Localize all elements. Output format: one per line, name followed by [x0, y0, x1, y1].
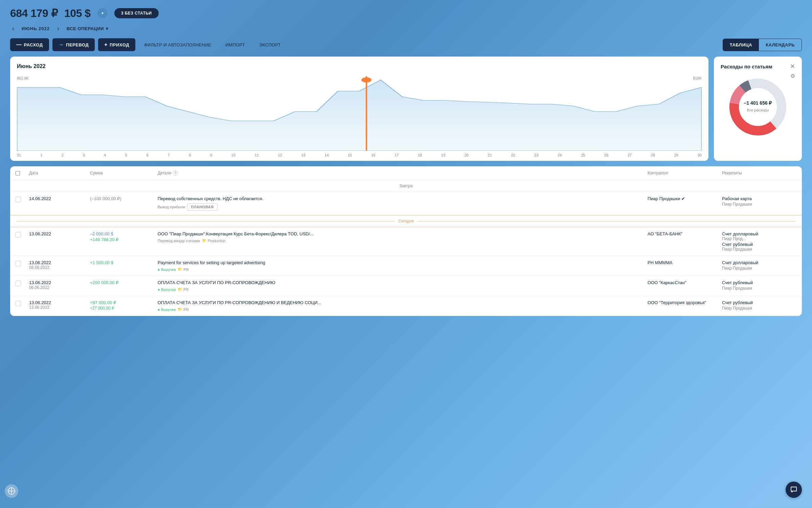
header-nav: ‹ ИЮНЬ 2022 › ВСЕ ОПЕРАЦИИ ▾	[10, 24, 802, 33]
chat-button[interactable]	[786, 482, 802, 498]
header-checkbox[interactable]	[16, 170, 29, 176]
header-date: Дата	[29, 170, 90, 176]
row-amount: +97 000,00 ₽ +27 000,00 ₽	[90, 300, 158, 311]
donut-gear-btn[interactable]: ⚙	[790, 73, 795, 79]
chart-panel: Июнь 2022 862.6K 818K 31	[10, 57, 708, 161]
row-checkbox[interactable]	[16, 280, 29, 286]
folder-tag: 📁 PR	[178, 307, 188, 312]
main-content: Июнь 2022 862.6K 818K 31	[10, 57, 802, 161]
table-panel: Дата Сумма Детали ? Контрагент Реквизиты…	[10, 166, 802, 316]
row-details: ОПЛАТА СЧЕТА ЗА УСЛУГИ ПО PR-СОПРОВОЖДЕН…	[158, 280, 648, 292]
row-amount: (–100 000,00 ₽)	[90, 196, 158, 201]
balance-rub: 684 179 ₽	[10, 7, 58, 20]
folder-icon: 📁	[178, 307, 182, 312]
arrow-right-icon: →	[59, 42, 64, 48]
chart-svg	[17, 76, 702, 151]
folder-tag: 📁 PR	[178, 287, 188, 292]
today-separator: Сегодня	[10, 215, 802, 227]
row-counterparty: АО "БЕТА-БАНК"	[648, 231, 722, 236]
table-row: 13.06.2022 06.06.2022 +200 000,00 ₽ ОПЛА…	[10, 276, 802, 296]
next-month-btn[interactable]: ›	[55, 24, 61, 33]
row-date: 13.06.2022 06.06.2022	[29, 260, 90, 270]
chat-icon	[790, 486, 798, 494]
section-tomorrow: Завтра	[10, 180, 802, 192]
row-details: ООО "Пиар Продакшн":Конвертация Курс Бет…	[158, 231, 648, 243]
view-toggle: ТАБЛИЦА КАЛЕНДАРЬ	[723, 39, 802, 51]
chart-y-right: 818K	[693, 76, 702, 80]
donut-panel: Расходы по статьям ✕ ⚙ –1 401 656 ₽ Все …	[714, 57, 802, 161]
svg-text:Все расходы: Все расходы	[747, 108, 769, 112]
row-date: 14.06.2022	[29, 196, 90, 201]
folder-icon: 📁	[202, 238, 207, 243]
row-counterparty: РН ММММА	[648, 260, 722, 265]
income-button[interactable]: + ПРИХОД	[98, 38, 135, 51]
header-counterparty: Контрагент	[648, 170, 722, 176]
toolbar: — РАСХОД → ПЕРЕВОД + ПРИХОД ФИЛЬТР И АВТ…	[10, 38, 802, 51]
donut-header: Расходы по статьям ✕	[721, 63, 795, 69]
table-header: Дата Сумма Детали ? Контрагент Реквизиты	[10, 166, 802, 180]
import-button[interactable]: ИМПОРТ	[220, 39, 250, 51]
table-row: 13.06.2022 06.06.2022 +1 500,00 $ Paymen…	[10, 256, 802, 276]
row-checkbox[interactable]	[16, 260, 29, 266]
row-details: ОПЛАТА СЧЕТА ЗА УСЛУГИ ПО PR-СОПРОВОЖДЕН…	[158, 300, 648, 312]
row-checkbox[interactable]	[16, 231, 29, 237]
row-checkbox[interactable]	[16, 300, 29, 306]
sidebar-icon-btn[interactable]	[5, 484, 18, 498]
svg-point-2	[361, 77, 371, 82]
row-amount: –2 000,00 $ +149 788,20 ₽	[90, 231, 158, 242]
table-row: 14.06.2022 (–100 000,00 ₽) Перевод собст…	[10, 192, 802, 215]
chart-title: Июнь 2022	[17, 63, 702, 69]
export-button[interactable]: ЭКСПОРТ	[254, 39, 286, 51]
header-requisites: Реквизиты	[722, 170, 796, 176]
row-counterparty: ООО "Территория здоровья"	[648, 300, 722, 305]
header-amount: Сумма	[90, 170, 158, 176]
no-article-button[interactable]: 3 БЕЗ СТАТЬИ	[114, 8, 159, 18]
row-counterparty: Пиар Продашки ✔	[648, 196, 722, 201]
folder-tag: 📁 Production	[202, 238, 226, 243]
row-date: 13.06.2022 13.06.2022	[29, 300, 90, 310]
folder-tag: 📁 PR	[178, 267, 188, 272]
row-requisites: Счет долларовый Пиар Продашки	[722, 260, 796, 271]
row-amount: +200 000,00 ₽	[90, 280, 158, 285]
svg-marker-0	[17, 80, 702, 151]
donut-chart: –1 401 656 ₽ Все расходы	[726, 75, 790, 139]
row-requisites: Счет рублевый Пиар Продашки	[722, 300, 796, 311]
row-date: 13.06.2022	[29, 231, 90, 236]
expense-button[interactable]: — РАСХОД	[10, 38, 49, 51]
row-checkbox[interactable]	[16, 196, 29, 202]
row-requisites: Счет рублевый Пиар Продашки	[722, 280, 796, 291]
donut-title: Расходы по статьям	[721, 64, 772, 69]
header-details: Детали ?	[158, 170, 648, 176]
donut-close-btn[interactable]: ✕	[790, 63, 795, 69]
all-ops-btn[interactable]: ВСЕ ОПЕРАЦИИ ▾	[67, 26, 108, 31]
row-counterparty: ООО "КаркасСтан"	[648, 280, 722, 285]
prev-month-btn[interactable]: ‹	[10, 24, 16, 33]
folder-icon: 📁	[178, 287, 182, 292]
balance-dropdown-btn[interactable]: ▾	[97, 8, 108, 18]
row-requisites: Рабочая карта Пиар Продашки	[722, 196, 796, 207]
chart-y-left: 862.6K	[17, 76, 29, 80]
chart-container: 862.6K 818K 31 1 2	[17, 73, 702, 154]
details-info-icon[interactable]: ?	[173, 170, 178, 176]
balance-usd: 105 $	[64, 7, 91, 20]
chart-x-labels: 31 1 2 3 4 5 6 7 8 9 10 11 12 13 14 15 1…	[17, 152, 702, 158]
folder-icon: 📁	[178, 267, 182, 272]
planned-badge: ПЛАНОВАЯ	[187, 203, 217, 211]
row-requisites: Счет долларовый Пиар Прод... Счет рублев…	[722, 231, 796, 252]
row-details: Payment for services for setting up targ…	[158, 260, 648, 272]
calendar-view-btn[interactable]: КАЛЕНДАРЬ	[759, 39, 802, 51]
transfer-button[interactable]: → ПЕРЕВОД	[52, 38, 95, 51]
table-row: 13.06.2022 13.06.2022 +97 000,00 ₽ +27 0…	[10, 296, 802, 316]
filter-button[interactable]: ФИЛЬТР И АВТОЗАПОЛНЕНИЕ	[139, 39, 217, 51]
table-row: 13.06.2022 –2 000,00 $ +149 788,20 ₽ ООО…	[10, 227, 802, 256]
plus-icon: +	[104, 42, 108, 48]
grid-icon	[8, 487, 15, 495]
table-view-btn[interactable]: ТАБЛИЦА	[723, 39, 759, 51]
row-date: 13.06.2022 06.06.2022	[29, 280, 90, 290]
row-details: Перевод собственных средств. НДС не обла…	[158, 196, 648, 211]
month-label: ИЮНЬ 2022	[22, 26, 50, 31]
row-amount: +1 500,00 $	[90, 260, 158, 265]
svg-text:–1 401 656 ₽: –1 401 656 ₽	[744, 100, 772, 106]
donut-wrapper: –1 401 656 ₽ Все расходы	[721, 75, 795, 139]
chevron-down-icon: ▾	[106, 26, 109, 31]
